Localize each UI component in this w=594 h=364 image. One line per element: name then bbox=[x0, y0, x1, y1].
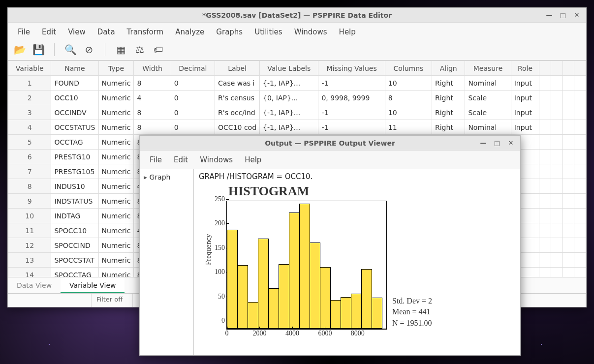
cell-name[interactable]: SPOCCTAG bbox=[51, 268, 98, 277]
cell-n[interactable]: 11 bbox=[8, 223, 51, 238]
cell-vlab[interactable]: {-1, IAP}... bbox=[260, 105, 318, 120]
cell-n[interactable]: 9 bbox=[8, 194, 51, 209]
cell-align[interactable]: Right bbox=[432, 91, 465, 105]
cell-n[interactable]: 14 bbox=[8, 268, 51, 277]
goto-variable-icon[interactable]: ⊘ bbox=[82, 43, 96, 56]
cell-n[interactable]: 13 bbox=[8, 253, 51, 268]
cell-meas[interactable]: Nominal bbox=[465, 120, 511, 135]
cell-type[interactable]: Numeric bbox=[98, 223, 134, 238]
col-decimal[interactable]: Decimal bbox=[171, 61, 215, 76]
cell-type[interactable]: Numeric bbox=[98, 105, 134, 120]
maximize-button[interactable]: □ bbox=[559, 11, 567, 19]
cell-n[interactable]: 8 bbox=[8, 179, 51, 194]
cell-type[interactable]: Numeric bbox=[98, 135, 134, 150]
cell-n[interactable]: 7 bbox=[8, 164, 51, 179]
cell-name[interactable]: OCCINDV bbox=[51, 105, 98, 120]
menu-help[interactable]: Help bbox=[240, 153, 266, 166]
cell-type[interactable]: Numeric bbox=[98, 91, 134, 105]
cell-type[interactable]: Numeric bbox=[98, 76, 134, 91]
cell-name[interactable]: PRESTG10 bbox=[51, 150, 98, 164]
close-button[interactable]: ✕ bbox=[506, 139, 515, 147]
menu-view[interactable]: View bbox=[63, 26, 91, 38]
cell-type[interactable]: Numeric bbox=[98, 268, 134, 277]
col-role[interactable]: Role bbox=[511, 61, 539, 76]
cell-name[interactable]: FOUND bbox=[51, 76, 98, 91]
cell-type[interactable]: Numeric bbox=[98, 238, 134, 253]
cell-cols[interactable]: 10 bbox=[385, 105, 432, 120]
cell-dec[interactable]: 0 bbox=[171, 120, 215, 135]
col-value-labels[interactable]: Value Labels bbox=[260, 61, 318, 76]
cell-width[interactable]: 8 bbox=[134, 105, 171, 120]
cell-align[interactable]: Right bbox=[432, 120, 465, 135]
table-row[interactable]: 2OCC10Numeric40R's census{0, IAP}...0, 9… bbox=[8, 91, 586, 105]
col-width[interactable]: Width bbox=[134, 61, 171, 76]
cell-width[interactable]: 8 bbox=[134, 76, 171, 91]
cell-cols[interactable]: 8 bbox=[385, 91, 432, 105]
cell-cols[interactable]: 10 bbox=[385, 76, 432, 91]
cell-type[interactable]: Numeric bbox=[98, 194, 134, 209]
table-row[interactable]: 4OCCSTATUSNumeric80OCC10 cod{-1, IAP}...… bbox=[8, 120, 586, 135]
col-align[interactable]: Align bbox=[432, 61, 465, 76]
open-icon[interactable]: 📂 bbox=[13, 43, 27, 56]
cell-miss[interactable]: 0, 9998, 9999 bbox=[318, 91, 385, 105]
goto-case-icon[interactable]: 🔍 bbox=[63, 43, 77, 56]
menu-analyze[interactable]: Analyze bbox=[170, 26, 209, 38]
cell-role[interactable]: Input bbox=[511, 76, 539, 91]
menu-graphs[interactable]: Graphs bbox=[211, 26, 248, 38]
col-variable[interactable]: Variable bbox=[8, 61, 51, 76]
menu-windows[interactable]: Windows bbox=[195, 153, 238, 166]
cell-name[interactable]: PRESTG105 bbox=[51, 164, 98, 179]
save-icon[interactable]: 💾 bbox=[31, 43, 45, 56]
cell-cols[interactable]: 11 bbox=[385, 120, 432, 135]
table-row[interactable]: 3OCCINDVNumeric80R's occ/ind{-1, IAP}...… bbox=[8, 105, 586, 120]
close-button[interactable]: ✕ bbox=[572, 11, 581, 19]
cell-type[interactable]: Numeric bbox=[98, 209, 134, 223]
col-missing[interactable]: Missing Values bbox=[318, 61, 385, 76]
cell-n[interactable]: 5 bbox=[8, 135, 51, 150]
cell-n[interactable]: 6 bbox=[8, 150, 51, 164]
maximize-button[interactable]: □ bbox=[493, 139, 501, 147]
cell-vlab[interactable]: {0, IAP}... bbox=[260, 91, 318, 105]
cell-name[interactable]: INDTAG bbox=[51, 209, 98, 223]
cell-n[interactable]: 12 bbox=[8, 238, 51, 253]
cell-label[interactable]: R's census bbox=[215, 91, 260, 105]
cell-type[interactable]: Numeric bbox=[98, 164, 134, 179]
col-label[interactable]: Label bbox=[215, 61, 260, 76]
minimize-button[interactable]: — bbox=[479, 139, 488, 147]
cell-width[interactable]: 4 bbox=[134, 91, 171, 105]
output-tree[interactable]: Graph bbox=[140, 169, 194, 355]
cell-label[interactable]: R's occ/ind bbox=[215, 105, 260, 120]
menu-data[interactable]: Data bbox=[93, 26, 120, 38]
cell-vlab[interactable]: {-1, IAP}... bbox=[260, 120, 318, 135]
col-type[interactable]: Type bbox=[98, 61, 134, 76]
cell-name[interactable]: OCCTAG bbox=[51, 135, 98, 150]
menu-file[interactable]: File bbox=[13, 26, 35, 38]
cell-type[interactable]: Numeric bbox=[98, 253, 134, 268]
cell-meas[interactable]: Scale bbox=[465, 105, 511, 120]
menu-transform[interactable]: Transform bbox=[122, 26, 169, 38]
cell-name[interactable]: SPOCCIND bbox=[51, 238, 98, 253]
cell-miss[interactable]: -1 bbox=[318, 105, 385, 120]
tab-variable-view[interactable]: Variable View bbox=[61, 277, 125, 293]
cell-dec[interactable]: 0 bbox=[171, 105, 215, 120]
cell-name[interactable]: INDUS10 bbox=[51, 179, 98, 194]
cell-type[interactable]: Numeric bbox=[98, 150, 134, 164]
col-measure[interactable]: Measure bbox=[465, 61, 511, 76]
menu-edit[interactable]: Edit bbox=[169, 153, 193, 166]
col-name[interactable]: Name bbox=[51, 61, 98, 76]
cell-dec[interactable]: 0 bbox=[171, 76, 215, 91]
tag-icon[interactable]: 🏷 bbox=[152, 43, 165, 56]
minimize-button[interactable]: — bbox=[545, 11, 554, 19]
tree-item-graph[interactable]: Graph bbox=[144, 173, 189, 181]
cell-role[interactable]: Input bbox=[511, 120, 539, 135]
cell-name[interactable]: OCCSTATUS bbox=[51, 120, 98, 135]
weight-icon[interactable]: ⚖ bbox=[133, 43, 147, 56]
cell-role[interactable]: Input bbox=[511, 105, 539, 120]
cell-role[interactable]: Input bbox=[511, 91, 539, 105]
menu-windows[interactable]: Windows bbox=[289, 26, 332, 38]
cell-align[interactable]: Right bbox=[432, 76, 465, 91]
cell-dec[interactable]: 0 bbox=[171, 91, 215, 105]
menu-help[interactable]: Help bbox=[334, 26, 361, 38]
tab-data-view[interactable]: Data View bbox=[8, 277, 61, 293]
col-columns[interactable]: Columns bbox=[385, 61, 432, 76]
